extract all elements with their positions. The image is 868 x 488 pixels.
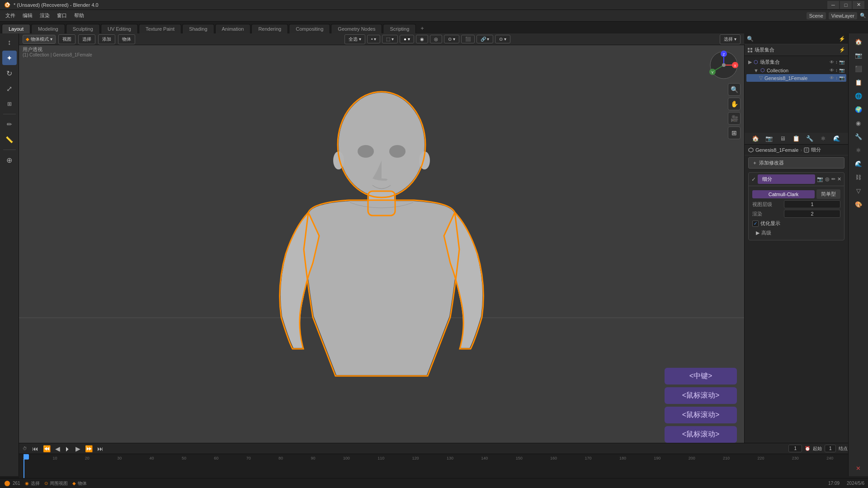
props-output-btn[interactable]: 🖥 <box>776 133 789 145</box>
viewport-add-btn[interactable]: 添加 <box>98 34 115 44</box>
tab-sculpting[interactable]: Sculpting <box>66 24 100 33</box>
modifier-render-icon[interactable]: ◎ <box>825 176 830 182</box>
toolbar-annotate-btn[interactable]: ✏ <box>2 117 17 131</box>
tab-scripting[interactable]: Scripting <box>383 24 416 33</box>
play-fwd-btn[interactable]: ▶ <box>74 445 82 452</box>
menu-render[interactable]: 渲染 <box>36 11 53 20</box>
visibility-icon3[interactable]: 👁 <box>830 75 834 80</box>
select-info[interactable]: 选择 ▾ <box>720 34 741 44</box>
right-viewlayer-btn[interactable]: 📋 <box>852 76 865 89</box>
viewport-shading-solid[interactable]: ● ▾ <box>400 35 414 43</box>
viewport-shading-point[interactable]: • ▾ <box>367 35 380 43</box>
toolbar-add-btn[interactable]: ⊕ <box>2 153 17 167</box>
add-workspace-button[interactable]: + <box>417 23 428 33</box>
viewport[interactable]: ◆ 物体模式 ▾ 视图 选择 添加 物体 全选 ▾ • ▾ ⬚ ▾ ● ▾ ◉ … <box>19 33 744 465</box>
viewport-pan-btn[interactable]: ✋ <box>728 98 741 110</box>
toolbar-rotate-btn[interactable]: ↻ <box>2 66 17 80</box>
maximize-button[interactable]: □ <box>840 1 852 9</box>
tab-layout[interactable]: Layout <box>2 24 30 33</box>
right-physics-btn[interactable]: 🌊 <box>852 157 865 170</box>
global-axis-btn[interactable]: 全选 ▾ <box>344 34 365 44</box>
visibility-icon[interactable]: 👁 <box>830 60 834 65</box>
toolbar-scale-btn[interactable]: ⤢ <box>2 81 17 96</box>
right-scene2-btn[interactable]: 🌐 <box>852 89 865 102</box>
minimize-button[interactable]: ─ <box>827 1 839 9</box>
outliner-search[interactable]: 🔍 ⚡ <box>744 33 848 44</box>
timeline-body[interactable]: 1 10 20 30 40 50 60 70 80 90 100 110 120… <box>19 454 868 478</box>
right-render-btn[interactable]: 📷 <box>852 49 865 61</box>
props-modifier-btn[interactable]: 🔧 <box>803 133 816 145</box>
tab-uv-editing[interactable]: UV Editing <box>101 24 138 33</box>
visibility-icon2[interactable]: 👁 <box>830 68 834 73</box>
start-value[interactable]: 1 <box>825 445 836 452</box>
proportional-edit-btn[interactable]: ⊙ ▾ <box>495 35 510 43</box>
right-material-btn[interactable]: 🎨 <box>852 198 865 211</box>
select-icon[interactable]: ↕ <box>835 60 838 65</box>
select-icon3[interactable]: ↕ <box>835 75 838 80</box>
tab-texture-paint[interactable]: Texture Paint <box>139 24 181 33</box>
jump-start-btn[interactable]: ⏮ <box>31 445 40 452</box>
toolbar-move-btn[interactable]: ✦ <box>2 51 17 65</box>
optimize-checkbox[interactable]: ✓ <box>752 221 759 227</box>
viewport-shading-wire[interactable]: ⬚ ▾ <box>382 35 398 43</box>
viewport-3d[interactable] <box>19 45 744 465</box>
current-frame-input[interactable]: 1 <box>788 445 802 452</box>
right-extra-btn[interactable]: ✕ <box>852 462 865 474</box>
toolbar-transform-btn[interactable]: ⊞ <box>2 97 17 111</box>
tab-modeling[interactable]: Modeling <box>31 24 65 33</box>
play-btn[interactable]: ⏵ <box>63 445 72 452</box>
right-object-btn[interactable]: ◉ <box>852 117 865 129</box>
viewport-zoom-btn[interactable]: 🔍 <box>728 83 741 96</box>
outliner-mesh-item[interactable]: ▽ Genesis8_1Female 👁 ↕ 📷 <box>746 74 846 82</box>
navigation-gizmo[interactable]: Z X Y <box>708 49 740 81</box>
props-view-layer-btn[interactable]: 📋 <box>790 133 802 145</box>
render-icon2[interactable]: 📷 <box>839 68 844 73</box>
viewport-shading-render[interactable]: ◎ <box>430 35 442 43</box>
right-scene-btn[interactable]: 🏠 <box>852 35 865 48</box>
viewport-overlay-btn[interactable]: ⊙ ▾ <box>444 35 459 43</box>
props-scene-btn[interactable]: 🏠 <box>749 133 762 145</box>
menu-edit[interactable]: 编辑 <box>19 11 36 20</box>
play-rev-btn[interactable]: ◀ <box>54 445 61 452</box>
viewport-select-btn[interactable]: 选择 <box>78 34 95 44</box>
modifier-camera-icon[interactable]: 📷 <box>817 176 823 182</box>
modifier-type-catmull[interactable]: Catmull-Clark <box>752 190 815 198</box>
outliner-filter-btn[interactable]: ⚡ <box>839 47 845 53</box>
tab-rendering[interactable]: Rendering <box>251 24 288 33</box>
viewport-shading-material[interactable]: ◉ <box>416 35 428 43</box>
search-icon[interactable]: 🔍 <box>860 13 866 19</box>
toolbar-select-btn[interactable]: ↕ <box>2 35 17 50</box>
select-icon2[interactable]: ↕ <box>835 68 838 73</box>
props-render-btn[interactable]: 📷 <box>763 133 775 145</box>
view-level-value[interactable]: 1 <box>784 200 840 208</box>
add-modifier-button[interactable]: ＋ 添加修改器 <box>748 157 844 169</box>
tab-shading[interactable]: Shading <box>182 24 214 33</box>
right-modifier-btn[interactable]: 🔧 <box>852 130 865 143</box>
outliner-collection[interactable]: ▼ ⬡ Collection 👁 ↕ 📷 <box>746 66 846 74</box>
tab-animation[interactable]: Animation <box>215 24 251 33</box>
filter-icon[interactable]: ⚡ <box>839 36 845 42</box>
props-constraints-btn[interactable]: ⛓ <box>844 133 848 145</box>
props-physics-btn[interactable]: 🌊 <box>830 133 843 145</box>
viewport-xray-btn[interactable]: ⬛ <box>461 35 475 43</box>
object-mode-dropdown[interactable]: ◆ 物体模式 ▾ <box>23 35 56 44</box>
right-world-btn[interactable]: 🌍 <box>852 103 865 116</box>
render-icon3[interactable]: 📷 <box>839 75 844 80</box>
viewport-projection-btn[interactable]: ⊞ <box>728 127 741 139</box>
right-constraints-btn[interactable]: ⛓ <box>852 171 865 183</box>
right-particles-btn[interactable]: ⚛ <box>852 144 865 156</box>
viewport-object-btn[interactable]: 物体 <box>118 34 135 44</box>
tab-geometry-nodes[interactable]: Geometry Nodes <box>331 24 382 33</box>
menu-help[interactable]: 帮助 <box>71 11 88 20</box>
jump-prev-btn[interactable]: ⏪ <box>42 445 52 452</box>
right-output-btn[interactable]: ⬛ <box>852 62 865 75</box>
modifier-close-icon[interactable]: ✕ <box>837 176 841 182</box>
outliner-search-input[interactable] <box>755 36 838 42</box>
props-particles-btn[interactable]: ⚛ <box>817 133 830 145</box>
modifier-visibility-btn[interactable]: ✓ <box>751 176 756 183</box>
jump-end-btn[interactable]: ⏭ <box>96 445 105 452</box>
jump-next-btn[interactable]: ⏩ <box>84 445 94 452</box>
render-level-value[interactable]: 2 <box>784 210 840 218</box>
modifier-edit-icon[interactable]: ✏ <box>831 176 835 182</box>
right-objectdata-btn[interactable]: ▽ <box>852 184 865 197</box>
